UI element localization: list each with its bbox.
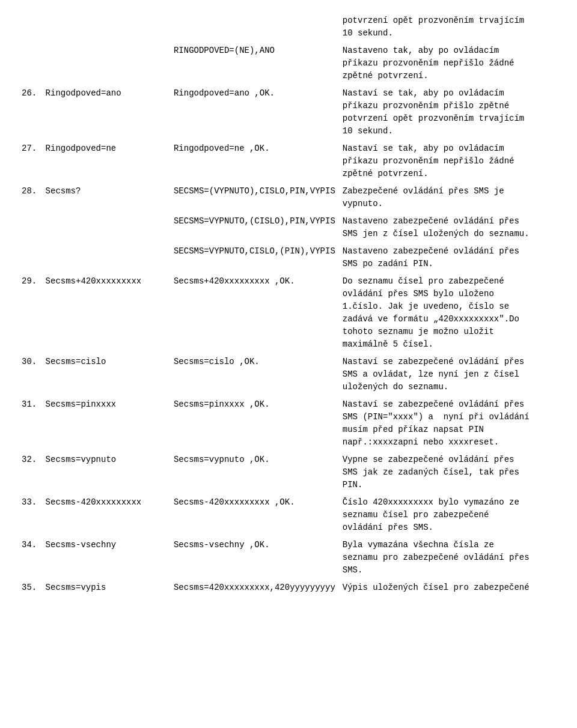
table-row: SECSMS=VYPNUTO,(CISLO),PIN,VYPISNastaven… — [18, 213, 559, 243]
row-command: Secsms=420xxxxxxxxx,420yyyyyyyyy — [170, 579, 339, 596]
table-row: potvrzení opět prozvoněním trvajícím 10 … — [18, 12, 559, 42]
row-number: 28. — [18, 183, 42, 213]
row-term — [42, 42, 170, 85]
table-row: 29.Secsms+420xxxxxxxxxSecsms+420xxxxxxxx… — [18, 273, 559, 353]
row-description: Nastaví se tak, aby po ovládacím příkazu… — [339, 140, 559, 183]
row-number — [18, 12, 42, 42]
main-table: potvrzení opět prozvoněním trvajícím 10 … — [18, 12, 559, 596]
row-term: Secsms=vypnuto — [42, 451, 170, 494]
row-command: SECSMS=(VYPNUTO),CISLO,PIN,VYPIS — [170, 183, 339, 213]
table-row: 34.Secsms-vsechnySecsms-vsechny ,OK.Byla… — [18, 536, 559, 579]
table-row: 26.Ringodpoved=anoRingodpoved=ano ,OK.Na… — [18, 85, 559, 140]
row-term — [42, 243, 170, 273]
table-row: 27.Ringodpoved=neRingodpoved=ne ,OK.Nast… — [18, 140, 559, 183]
table-row: 32.Secsms=vypnutoSecsms=vypnuto ,OK.Vypn… — [18, 451, 559, 494]
row-term: Secsms-420xxxxxxxxx — [42, 494, 170, 536]
row-number: 29. — [18, 273, 42, 353]
row-command: Ringodpoved=ano ,OK. — [170, 85, 339, 140]
row-command — [170, 12, 339, 42]
row-term — [42, 12, 170, 42]
row-term: Secsms=vypis — [42, 579, 170, 596]
row-term: Ringodpoved=ne — [42, 140, 170, 183]
table-row: 31.Secsms=pinxxxxSecsms=pinxxxx ,OK.Nast… — [18, 396, 559, 451]
row-description: Nastaví se zabezpečené ovládání přes SMS… — [339, 396, 559, 451]
row-number: 27. — [18, 140, 42, 183]
row-number: 30. — [18, 353, 42, 396]
row-command: Secsms+420xxxxxxxxx ,OK. — [170, 273, 339, 353]
row-description: Zabezpečené ovládání přes SMS je vypnuto… — [339, 183, 559, 213]
row-number: 35. — [18, 579, 42, 596]
row-command: SECSMS=VYPNUTO,CISLO,(PIN),VYPIS — [170, 243, 339, 273]
row-description: Nastaví se tak, aby po ovládacím příkazu… — [339, 85, 559, 140]
row-description: Nastaveno zabezpečené ovládání přes SMS … — [339, 213, 559, 243]
row-number: 34. — [18, 536, 42, 579]
row-description: potvrzení opět prozvoněním trvajícím 10 … — [339, 12, 559, 42]
row-command: SECSMS=VYPNUTO,(CISLO),PIN,VYPIS — [170, 213, 339, 243]
row-command: Secsms=cislo ,OK. — [170, 353, 339, 396]
table-row: 33.Secsms-420xxxxxxxxxSecsms-420xxxxxxxx… — [18, 494, 559, 536]
row-command: Secsms=vypnuto ,OK. — [170, 451, 339, 494]
row-number — [18, 213, 42, 243]
row-number: 33. — [18, 494, 42, 536]
row-description: Číslo 420xxxxxxxxx bylo vymazáno ze sezn… — [339, 494, 559, 536]
row-term: Secsms=cislo — [42, 353, 170, 396]
row-number: 31. — [18, 396, 42, 451]
row-term — [42, 213, 170, 243]
row-term: Secsms+420xxxxxxxxx — [42, 273, 170, 353]
table-row: SECSMS=VYPNUTO,CISLO,(PIN),VYPISNastaven… — [18, 243, 559, 273]
row-number: 32. — [18, 451, 42, 494]
row-term: Ringodpoved=ano — [42, 85, 170, 140]
row-description: Výpis uložených čísel pro zabezpečené — [339, 579, 559, 596]
row-command: Secsms-420xxxxxxxxx ,OK. — [170, 494, 339, 536]
row-description: Byla vymazána všechna čísla ze seznamu p… — [339, 536, 559, 579]
row-term: Secsms-vsechny — [42, 536, 170, 579]
row-number — [18, 42, 42, 85]
table-row: RINGODPOVED=(NE),ANONastaveno tak, aby p… — [18, 42, 559, 85]
row-command: Ringodpoved=ne ,OK. — [170, 140, 339, 183]
row-number — [18, 243, 42, 273]
table-row: 30.Secsms=cisloSecsms=cislo ,OK.Nastaví … — [18, 353, 559, 396]
row-number: 26. — [18, 85, 42, 140]
row-term: Secsms? — [42, 183, 170, 213]
row-description: Nastaveno zabezpečené ovládání přes SMS … — [339, 243, 559, 273]
row-description: Vypne se zabezpečené ovládání přes SMS j… — [339, 451, 559, 494]
table-row: 35.Secsms=vypisSecsms=420xxxxxxxxx,420yy… — [18, 579, 559, 596]
row-description: Nastaveno tak, aby po ovládacím příkazu … — [339, 42, 559, 85]
row-command: RINGODPOVED=(NE),ANO — [170, 42, 339, 85]
row-command: Secsms-vsechny ,OK. — [170, 536, 339, 579]
row-description: Nastaví se zabezpečené ovládání přes SMS… — [339, 353, 559, 396]
row-command: Secsms=pinxxxx ,OK. — [170, 396, 339, 451]
row-term: Secsms=pinxxxx — [42, 396, 170, 451]
table-row: 28.Secsms?SECSMS=(VYPNUTO),CISLO,PIN,VYP… — [18, 183, 559, 213]
row-description: Do seznamu čísel pro zabezpečené ovládán… — [339, 273, 559, 353]
